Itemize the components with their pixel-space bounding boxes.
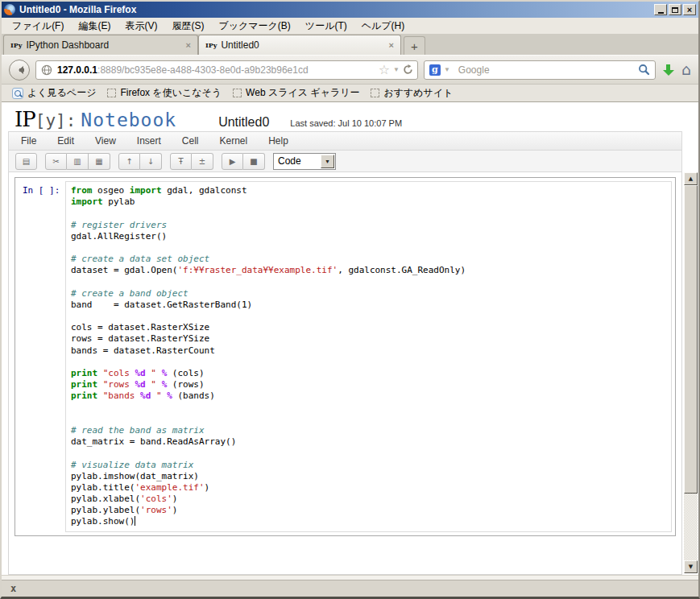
bookmark-placeholder-icon <box>107 89 116 97</box>
search-engine-dropdown-icon[interactable]: ▼ <box>444 66 450 73</box>
globe-icon <box>41 64 52 76</box>
notebook-header: IP [y]: Notebook Untitled0 Last saved: J… <box>2 102 698 131</box>
bookmark-label: よく見るページ <box>27 86 96 100</box>
bookmark-star-icon[interactable]: ☆ <box>379 64 390 76</box>
url-dropdown-icon[interactable]: ▼ <box>393 66 400 73</box>
notebook-title[interactable]: Untitled0 <box>218 115 269 130</box>
paste-button[interactable]: ▦ <box>89 153 110 170</box>
search-icon[interactable] <box>638 64 650 76</box>
save-icon: ▤ <box>23 157 30 166</box>
window-controls: × <box>654 4 696 15</box>
browser-menu-item[interactable]: 履歴(S) <box>164 19 211 33</box>
tab-label: IPython Dashboard <box>26 39 180 51</box>
toolbar-button-groups: ▤✂▥▦↑↓Ŧ±▶■ <box>15 153 273 170</box>
run-cell-button[interactable]: ▶ <box>222 153 243 170</box>
notebook-menu-file[interactable]: File <box>10 135 47 147</box>
new-tab-button[interactable]: + <box>404 36 425 55</box>
minimize-button[interactable] <box>654 4 667 15</box>
status-strip <box>2 575 698 580</box>
code-line: print "bands %d " % (bands) <box>71 390 666 402</box>
move-down-button[interactable]: ↓ <box>140 153 162 170</box>
vertical-scrollbar[interactable]: ▲ ▼ <box>684 172 698 573</box>
window-title: Untitled0 - Mozilla Firefox <box>19 4 136 15</box>
url-path: :8889/bc935e8e-a488-4303-8e0d-a9b23b96e1… <box>97 64 309 76</box>
copy-icon: ▥ <box>73 157 81 166</box>
interrupt-kernel-button[interactable]: ■ <box>243 153 265 170</box>
cell-type-select[interactable]: Code ▼ <box>273 153 336 170</box>
code-line <box>71 403 666 414</box>
toolbar-group: ▶■ <box>222 153 265 170</box>
code-line <box>71 277 666 288</box>
cut-button[interactable]: ✂ <box>45 153 67 170</box>
browser-menu-item[interactable]: 表示(V) <box>118 19 164 33</box>
tab-close-icon[interactable]: × <box>186 40 191 50</box>
browser-menu-item[interactable]: 編集(E) <box>71 19 118 33</box>
move-up-icon: ↑ <box>126 157 132 166</box>
browser-menu-item[interactable]: ヘルプ(H) <box>354 19 412 33</box>
code-line <box>71 414 666 425</box>
insert-above-button[interactable]: Ŧ <box>170 153 192 170</box>
maximize-button[interactable] <box>669 4 681 15</box>
download-icon <box>666 64 670 70</box>
copy-button[interactable]: ▥ <box>67 153 89 170</box>
scroll-down-icon[interactable]: ▼ <box>684 560 698 573</box>
bookmark-label: Web スライス ギャラリー <box>246 86 359 100</box>
notebook-menu-kernel[interactable]: Kernel <box>209 135 259 147</box>
browser-menu-item[interactable]: ブックマーク(B) <box>211 19 297 33</box>
search-input[interactable]: Google <box>458 64 638 76</box>
paste-icon: ▦ <box>95 157 102 166</box>
most-visited-icon <box>12 88 23 99</box>
code-line: cols = dataset.RasterXSize <box>71 322 666 333</box>
code-editor[interactable]: from osgeo import gdal, gdalconstimport … <box>65 181 672 532</box>
close-button[interactable]: × <box>683 4 696 15</box>
insert-below-icon: ± <box>199 157 205 166</box>
notebook-menu-cell[interactable]: Cell <box>172 135 209 147</box>
notebook-menu-help[interactable]: Help <box>258 135 299 147</box>
url-host: 127.0.0.1 <box>57 64 97 76</box>
title-bar[interactable]: Untitled0 - Mozilla Firefox × <box>2 2 698 18</box>
notebook-menu-insert[interactable]: Insert <box>126 135 172 147</box>
scroll-up-icon[interactable]: ▲ <box>684 172 698 185</box>
notebook-menu-edit[interactable]: Edit <box>47 135 85 147</box>
code-line: print "cols %d " % (cols) <box>71 368 666 379</box>
url-bar[interactable]: 127.0.0.1:8889/bc935e8e-a488-4303-8e0d-a… <box>35 60 418 80</box>
url-text[interactable]: 127.0.0.1:8889/bc935e8e-a488-4303-8e0d-a… <box>57 64 379 76</box>
save-button[interactable]: ▤ <box>15 153 37 170</box>
code-line: print "rows %d " % (rows) <box>71 379 666 390</box>
tab-ipython-dashboard[interactable]: IPy IPython Dashboard × <box>3 35 198 55</box>
insert-below-button[interactable]: ± <box>192 153 213 170</box>
reload-icon[interactable] <box>403 64 413 75</box>
code-line <box>71 448 666 459</box>
bookmark-item[interactable]: よく見るページ <box>6 86 101 100</box>
back-button[interactable] <box>9 60 30 81</box>
bookmark-item[interactable]: おすすめサイト <box>365 86 458 100</box>
tab-untitled0[interactable]: IPy Untitled0 × <box>198 35 401 55</box>
bookmark-item[interactable]: Web スライス ギャラリー <box>227 86 365 100</box>
notebook-menubar: FileEditViewInsertCellKernelHelp <box>8 131 682 151</box>
code-line: # register drivers <box>71 220 666 231</box>
notebook-area: In [ ]: from osgeo import gdal, gdalcons… <box>8 172 682 575</box>
addon-bar-close-icon[interactable]: x <box>10 583 16 594</box>
scrollbar-thumb[interactable] <box>684 185 698 494</box>
code-line: pylab.ylabel('rows') <box>71 505 666 516</box>
code-line: # create a data set object <box>71 254 666 265</box>
code-line: # create a band object <box>71 288 666 300</box>
code-line <box>71 311 666 322</box>
cut-icon: ✂ <box>52 157 59 166</box>
browser-menu-item[interactable]: ツール(T) <box>298 19 354 33</box>
browser-menu-item[interactable]: ファイル(F) <box>5 19 71 33</box>
code-cell[interactable]: In [ ]: from osgeo import gdal, gdalcons… <box>14 177 676 536</box>
bookmark-placeholder-icon <box>233 89 242 97</box>
google-favicon: g <box>429 64 441 76</box>
notebook-menu-view[interactable]: View <box>85 135 126 147</box>
move-up-button[interactable]: ↑ <box>118 153 140 170</box>
tab-close-icon[interactable]: × <box>389 40 394 50</box>
select-dropdown-icon[interactable]: ▼ <box>321 155 334 168</box>
home-button[interactable]: ⌂ <box>681 62 691 77</box>
browser-menubar: ファイル(F)編集(E)表示(V)履歴(S)ブックマーク(B)ツール(T)ヘルプ… <box>2 18 698 34</box>
bookmark-item[interactable]: Firefox を使いこなそう <box>101 86 227 100</box>
downloads-button[interactable] <box>661 63 676 77</box>
code-line: rows = dataset.RasterYSize <box>71 333 666 345</box>
search-bar[interactable]: g ▼ Google <box>424 60 656 80</box>
ipython-logo[interactable]: IP <box>14 107 35 131</box>
